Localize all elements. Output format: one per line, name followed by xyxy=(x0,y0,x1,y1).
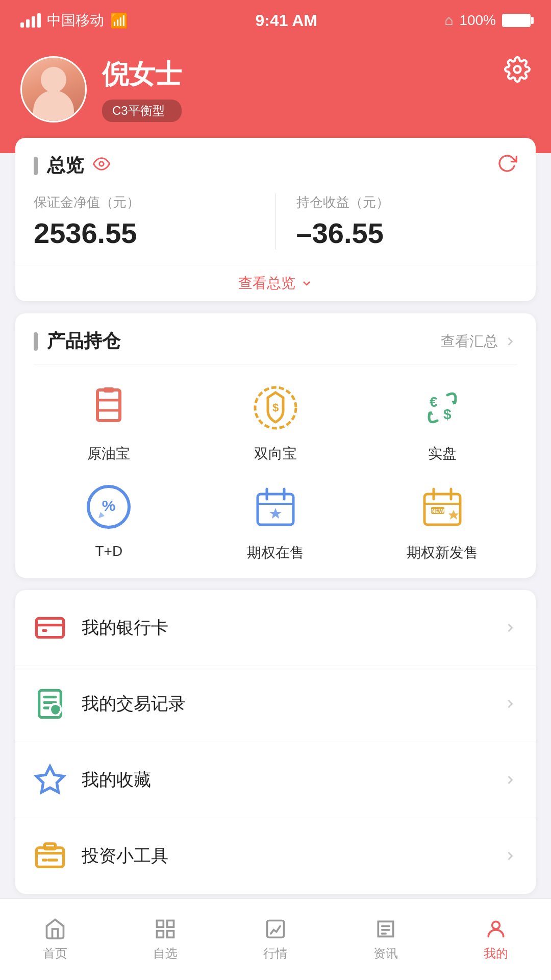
menu-item-trade-record[interactable]: ↺ 我的交易记录 xyxy=(15,666,536,742)
nav-label-market: 行情 xyxy=(263,945,288,962)
nav-item-home[interactable]: 首页 xyxy=(0,918,110,962)
chevron-right-icon-2 xyxy=(503,697,517,711)
calendar-new-icon: NEW xyxy=(414,479,470,535)
menu-left-favorites: 我的收藏 xyxy=(34,764,151,796)
status-bar: 中国移动 📶 9:41 AM ⌂ 100% xyxy=(0,0,551,41)
position-label: 持仓收益（元） xyxy=(296,193,518,211)
section-indicator xyxy=(34,157,38,175)
shield-icon: $ xyxy=(247,380,304,436)
person-nav-icon xyxy=(485,918,507,940)
nav-item-mine[interactable]: 我的 xyxy=(441,918,551,962)
tools-icon xyxy=(34,840,66,872)
svg-marker-21 xyxy=(269,508,282,519)
eye-icon[interactable] xyxy=(93,155,110,177)
view-summary-button[interactable]: 查看汇总 xyxy=(441,332,517,351)
overview-header: 总览 xyxy=(15,138,536,188)
bank-card-icon xyxy=(34,611,66,644)
products-indicator xyxy=(34,332,38,351)
menu-text-bank-card: 我的银行卡 xyxy=(82,616,168,640)
overview-card: 总览 保证金净值（元） 2536.55 xyxy=(15,138,536,301)
trade-record-icon: ↺ xyxy=(34,688,66,720)
chevron-right-icon-4 xyxy=(503,849,517,863)
avatar[interactable] xyxy=(20,56,87,122)
svg-text:$: $ xyxy=(443,406,452,422)
battery-label: 100% xyxy=(459,12,496,29)
status-right: ⌂ 100% xyxy=(444,12,531,29)
svg-rect-44 xyxy=(157,920,164,927)
user-name: 倪女士 xyxy=(102,57,182,92)
nav-item-watchlist[interactable]: 自选 xyxy=(110,918,220,962)
margin-value: 2536.55 xyxy=(34,216,255,250)
svg-rect-47 xyxy=(167,930,174,937)
nav-label-mine: 我的 xyxy=(484,945,508,962)
product-label-qiquanzaishuo: 期权在售 xyxy=(247,543,304,562)
product-label-qiquanxinfashou: 期权新发售 xyxy=(407,543,478,562)
svg-text:↺: ↺ xyxy=(52,706,59,715)
favorites-icon xyxy=(34,764,66,796)
signal-icon xyxy=(20,13,41,28)
margin-label: 保证金净值（元） xyxy=(34,193,255,211)
position-value: –36.55 xyxy=(296,216,518,250)
svg-point-0 xyxy=(514,66,521,73)
chart-nav-icon xyxy=(264,918,287,940)
profile-header: 倪女士 C3平衡型 xyxy=(0,41,551,153)
menu-left-bank: 我的银行卡 xyxy=(34,611,168,644)
products-title: 产品持仓 xyxy=(47,329,120,354)
nav-label-news: 资讯 xyxy=(373,945,398,962)
chevron-right-icon-3 xyxy=(503,773,517,787)
nav-label-watchlist: 自选 xyxy=(153,945,178,962)
product-label-shuangxiangbao: 双向宝 xyxy=(254,444,297,463)
settings-icon[interactable] xyxy=(504,56,531,89)
product-label-yuanyoubao: 原油宝 xyxy=(87,444,130,463)
svg-rect-29 xyxy=(36,618,63,637)
product-item-qiquanxinfashou[interactable]: NEW 期权新发售 xyxy=(359,479,525,562)
menu-item-favorites[interactable]: 我的收藏 xyxy=(15,742,536,818)
carrier-label: 中国移动 xyxy=(47,11,104,30)
profile-left: 倪女士 C3平衡型 xyxy=(20,56,182,122)
menu-item-bank-card[interactable]: 我的银行卡 xyxy=(15,590,536,666)
svg-point-52 xyxy=(492,921,500,929)
menu-text-trade-record: 我的交易记录 xyxy=(82,692,186,716)
news-nav-icon xyxy=(374,918,397,940)
nav-item-news[interactable]: 资讯 xyxy=(331,918,441,962)
overview-title: 总览 xyxy=(47,153,84,178)
svg-rect-39 xyxy=(36,848,63,867)
nav-item-market[interactable]: 行情 xyxy=(220,918,331,962)
product-item-td[interactable]: % T+D xyxy=(26,479,192,562)
menu-item-tools[interactable]: 投资小工具 xyxy=(15,818,536,894)
chevron-right-icon xyxy=(503,621,517,635)
percent-icon: % xyxy=(81,479,137,535)
refresh-icon[interactable] xyxy=(497,153,517,178)
product-item-shuangxiangbao[interactable]: $ 双向宝 xyxy=(192,380,359,463)
grid-nav-icon xyxy=(154,918,177,940)
overview-link[interactable]: 查看总览 xyxy=(15,265,536,301)
product-item-shipan[interactable]: € $ 实盘 xyxy=(359,380,525,463)
svg-text:$: $ xyxy=(272,401,279,414)
svg-rect-45 xyxy=(167,920,174,927)
bottom-nav: 首页 自选 行情 资讯 我的 xyxy=(0,898,551,980)
position-col: 持仓收益（元） –36.55 xyxy=(276,193,518,250)
product-item-qiquanzaishuo[interactable]: 期权在售 xyxy=(192,479,359,562)
svg-rect-31 xyxy=(42,629,47,632)
overview-link-text: 查看总览 xyxy=(238,274,295,293)
product-label-shipan: 实盘 xyxy=(428,444,457,463)
svg-point-1 xyxy=(99,161,104,166)
wifi-icon: 📶 xyxy=(110,12,128,29)
products-card: 产品持仓 查看汇总 xyxy=(15,313,536,578)
home-nav-icon xyxy=(44,918,66,940)
product-item-yuanyoubao[interactable]: 原油宝 xyxy=(26,380,192,463)
menu-text-tools: 投资小工具 xyxy=(82,844,168,868)
products-header: 产品持仓 查看汇总 xyxy=(15,313,536,364)
status-left: 中国移动 📶 xyxy=(20,11,128,30)
main-content: 总览 保证金净值（元） 2536.55 xyxy=(0,138,551,894)
overview-title-row: 总览 xyxy=(34,153,110,178)
menu-card: 我的银行卡 ↺ 我的交易记录 xyxy=(15,590,536,894)
svg-rect-48 xyxy=(267,920,284,937)
menu-text-favorites: 我的收藏 xyxy=(82,768,151,792)
svg-text:NEW: NEW xyxy=(431,508,444,514)
product-label-td: T+D xyxy=(95,543,122,559)
oil-icon xyxy=(81,380,137,436)
exchange-icon: € $ xyxy=(414,380,470,436)
user-info: 倪女士 C3平衡型 xyxy=(102,57,182,122)
svg-marker-38 xyxy=(36,766,63,792)
